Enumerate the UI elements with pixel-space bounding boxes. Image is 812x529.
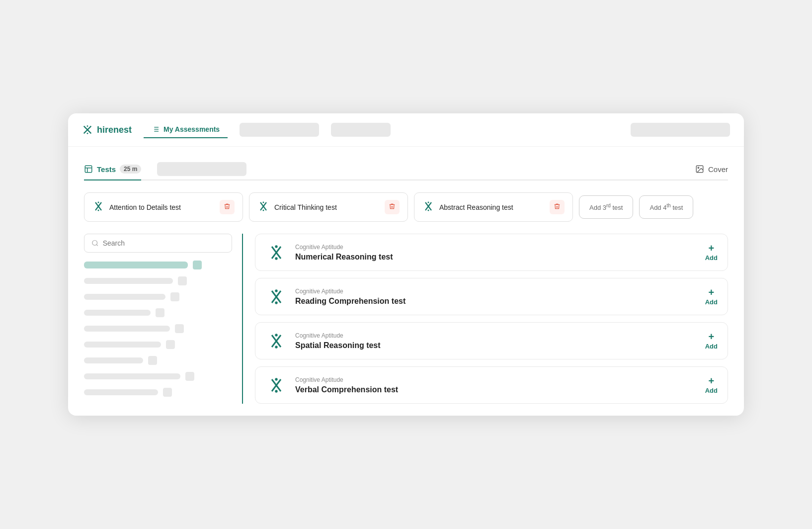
tab-tests-label: Tests	[97, 165, 116, 174]
delete-test-0-button[interactable]	[220, 200, 235, 214]
test-category-1: Cognitive Aptitude	[295, 288, 697, 295]
svg-point-44	[275, 390, 277, 392]
assessments-icon	[152, 125, 160, 133]
svg-point-43	[275, 378, 277, 380]
test-list-item-3: Cognitive Aptitude Verbal Comprehension …	[255, 366, 728, 404]
add-4th-test-button[interactable]: Add 4th test	[639, 195, 693, 219]
skeleton-bar-7	[84, 373, 180, 379]
svg-point-40	[275, 346, 277, 348]
search-icon	[91, 239, 99, 247]
skeleton-bar-8	[84, 389, 158, 395]
tab-tests[interactable]: Tests 25 m	[84, 159, 141, 180]
svg-point-14	[698, 167, 699, 168]
brand-name: hirenest	[97, 125, 132, 135]
add-test-2-button[interactable]: + Add	[705, 332, 718, 350]
test-list-item-2: Cognitive Aptitude Spatial Reasoning tes…	[255, 322, 728, 359]
tab-cover[interactable]: Cover	[695, 159, 728, 179]
test-card-1: Critical Thinking test	[249, 192, 408, 222]
svg-point-17	[98, 201, 99, 203]
test-card-icon-2	[422, 200, 434, 214]
test-name-1: Reading Comprehension test	[295, 297, 697, 306]
test-category-0: Cognitive Aptitude	[295, 244, 697, 251]
delete-test-1-button[interactable]	[385, 200, 400, 214]
test-card-0: Attention to Details test	[84, 192, 243, 222]
skeleton-bar-1	[84, 278, 173, 284]
test-card-2: Abstract Reasoning test	[414, 192, 573, 222]
sidebar	[84, 234, 243, 404]
svg-line-28	[96, 245, 98, 246]
my-assessments-label: My Assessments	[163, 125, 220, 133]
test-list-icon-2	[265, 332, 287, 350]
cover-label: Cover	[708, 165, 728, 174]
tab-placeholder	[157, 162, 246, 176]
svg-point-2	[87, 125, 88, 127]
app-window: hirenest My Assessments Tests 25 m	[68, 113, 744, 416]
main-content: Tests 25 m Cover	[68, 147, 744, 416]
body-layout: Cognitive Aptitude Numerical Reasoning t…	[84, 234, 728, 404]
sidebar-skeleton-1	[84, 276, 232, 285]
top-nav: hirenest My Assessments	[68, 113, 744, 147]
hirenest-x-icon	[82, 124, 93, 135]
sidebar-skeleton-7	[84, 372, 232, 381]
search-box[interactable]	[84, 234, 232, 253]
nav-placeholder-right	[631, 123, 730, 137]
skeleton-checkbox-2	[170, 292, 179, 301]
test-category-3: Cognitive Aptitude	[295, 376, 697, 383]
my-assessments-tab[interactable]: My Assessments	[144, 121, 228, 138]
delete-test-2-button[interactable]	[550, 200, 565, 214]
sidebar-skeleton-4	[84, 324, 232, 333]
skeleton-checkbox-4	[175, 324, 184, 333]
brand-logo: hirenest	[82, 124, 132, 135]
skeleton-checkbox-1	[178, 276, 187, 285]
svg-point-25	[428, 201, 429, 203]
test-card-label-0: Attention to Details test	[109, 203, 215, 211]
search-input[interactable]	[103, 239, 225, 247]
svg-point-21	[263, 201, 264, 203]
test-list-info-1: Cognitive Aptitude Reading Comprehension…	[295, 288, 697, 306]
test-name-3: Verbal Comprehension test	[295, 385, 697, 394]
svg-point-39	[275, 334, 277, 336]
sidebar-skeleton-2	[84, 292, 232, 301]
skeleton-checkbox-3	[156, 308, 164, 317]
add-test-3-button[interactable]: + Add	[705, 376, 718, 394]
nav-placeholder-1	[240, 123, 319, 137]
svg-point-18	[98, 209, 99, 211]
test-list-info-3: Cognitive Aptitude Verbal Comprehension …	[295, 376, 697, 394]
test-list-info-0: Cognitive Aptitude Numerical Reasoning t…	[295, 244, 697, 262]
svg-point-31	[275, 245, 277, 248]
test-card-label-1: Critical Thinking test	[274, 203, 380, 211]
test-card-icon-0	[92, 200, 104, 214]
skeleton-bar-2	[84, 294, 165, 300]
sidebar-skeleton-8	[84, 388, 232, 397]
add-3rd-test-button[interactable]: Add 3rd test	[579, 195, 633, 219]
add-test-1-button[interactable]: + Add	[705, 287, 718, 306]
test-name-2: Spatial Reasoning test	[295, 341, 697, 350]
svg-point-32	[275, 257, 277, 260]
svg-point-22	[263, 209, 264, 211]
tests-tab-icon	[84, 165, 93, 174]
svg-point-3	[87, 133, 88, 134]
skeleton-bar-4	[84, 326, 170, 332]
test-list-info-2: Cognitive Aptitude Spatial Reasoning tes…	[295, 332, 697, 350]
test-list: Cognitive Aptitude Numerical Reasoning t…	[255, 234, 728, 404]
test-card-icon-1	[257, 200, 269, 214]
skeleton-bar-3	[84, 310, 151, 316]
svg-point-36	[275, 301, 277, 304]
test-list-icon-1	[265, 288, 287, 306]
test-name-0: Numerical Reasoning test	[295, 253, 697, 262]
add-test-0-button[interactable]: + Add	[705, 243, 718, 262]
nav-placeholder-2	[331, 123, 391, 137]
cover-icon	[695, 165, 704, 174]
test-list-icon-0	[265, 244, 287, 262]
sidebar-skeleton-active	[84, 261, 232, 269]
svg-rect-10	[85, 166, 92, 173]
sidebar-skeleton-3	[84, 308, 232, 317]
test-list-item-1: Cognitive Aptitude Reading Comprehension…	[255, 278, 728, 315]
skeleton-checkbox-5	[166, 340, 175, 349]
skeleton-active-checkbox	[193, 261, 202, 269]
svg-point-35	[275, 289, 277, 292]
skeleton-active-bar	[84, 262, 188, 268]
skeleton-checkbox-8	[163, 388, 172, 397]
nav-right	[631, 123, 730, 137]
skeleton-checkbox-7	[185, 372, 194, 381]
